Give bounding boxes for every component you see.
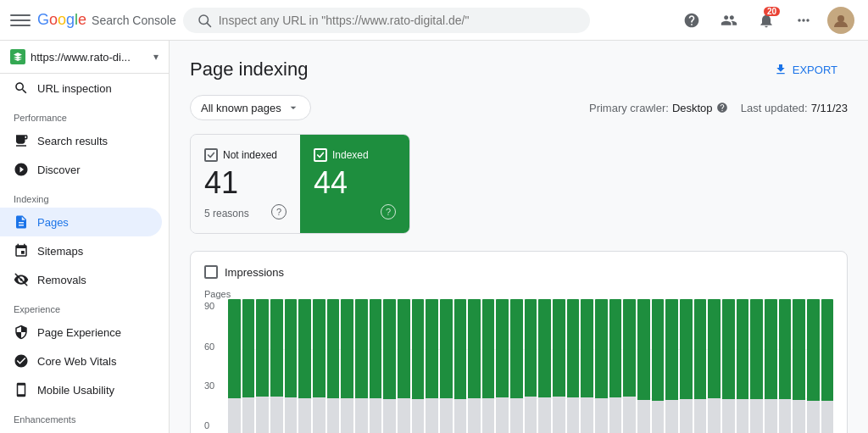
bar-group [821, 299, 834, 433]
primary-crawler-value: Desktop [672, 102, 713, 114]
bar-group [567, 299, 580, 433]
sidebar-item-label: Removals [37, 274, 86, 286]
bar-indexed [454, 299, 467, 399]
bar-not-indexed [538, 397, 551, 433]
bar-not-indexed [482, 398, 495, 433]
bar-indexed [538, 299, 551, 397]
sidebar-item-search-results[interactable]: Search results [0, 126, 162, 155]
sidebar-item-core-web-vitals[interactable]: Core Web Vitals [0, 347, 162, 375]
bar-not-indexed [525, 397, 537, 433]
search-icon [197, 13, 212, 28]
accounts-button[interactable] [712, 3, 746, 37]
bar-not-indexed [765, 399, 777, 433]
bar-group [285, 299, 298, 433]
bar-group [256, 299, 269, 433]
impressions-label: Impressions [225, 266, 284, 279]
sidebar-item-page-experience[interactable]: Page Experience [0, 318, 162, 347]
bar-indexed [623, 299, 636, 397]
bar-not-indexed [637, 400, 650, 433]
sidebar-item-sitemaps[interactable]: Sitemaps [0, 236, 162, 265]
bar-indexed [412, 299, 425, 399]
main-content: Page indexing EXPORT All known pages Pri… [170, 41, 868, 433]
property-selector[interactable]: https://www.rato-di... ▾ [0, 41, 169, 74]
google-logo: Google [37, 11, 86, 29]
bar-indexed [694, 299, 707, 399]
sidebar-item-discover[interactable]: Discover [0, 155, 162, 184]
indexed-card: Indexed 44 ? [300, 135, 409, 233]
help-button[interactable] [675, 3, 709, 37]
bar-group [581, 299, 593, 433]
main-layout: https://www.rato-di... ▾ URL inspection … [0, 41, 868, 433]
bar-indexed [708, 299, 721, 398]
property-favicon [10, 49, 25, 64]
indexed-header: Indexed [314, 148, 396, 162]
bar-group [482, 299, 495, 433]
not-indexed-count: 41 [204, 165, 287, 201]
bar-group [609, 299, 622, 433]
bar-not-indexed [242, 397, 255, 433]
y-label-0: 0 [204, 420, 209, 430]
avatar-button[interactable] [824, 3, 858, 37]
bar-indexed [398, 299, 410, 398]
indexed-help[interactable]: ? [381, 204, 396, 219]
bar-indexed [750, 299, 763, 399]
notifications-button[interactable]: 20 [749, 3, 783, 37]
filter-row: All known pages Primary crawler: Desktop… [190, 95, 848, 120]
search-bar[interactable] [183, 8, 590, 33]
page-title: Page indexing [190, 58, 308, 80]
search-results-icon [14, 133, 29, 148]
bar-not-indexed [355, 398, 368, 433]
bar-not-indexed [496, 397, 509, 433]
not-indexed-sub: 5 reasons [204, 208, 249, 219]
impressions-checkbox[interactable] [204, 265, 218, 279]
bar-not-indexed [510, 398, 523, 433]
bar-group [722, 299, 735, 433]
sidebar-item-pages[interactable]: Pages [0, 208, 162, 236]
bar-group [355, 299, 368, 433]
sidebar-item-breadcrumbs[interactable]: Breadcrumbs [0, 428, 162, 433]
not-indexed-header: Not indexed [204, 148, 287, 162]
performance-section: Performance [0, 103, 169, 126]
bar-not-indexed [370, 398, 382, 433]
bar-indexed [270, 299, 283, 397]
sidebar-item-removals[interactable]: Removals [0, 265, 162, 294]
indexed-footer: ? [314, 204, 396, 219]
bar-indexed [665, 299, 678, 400]
bar-group [412, 299, 425, 433]
bar-indexed [821, 299, 834, 401]
bar-indexed [298, 299, 311, 398]
bar-group [665, 299, 678, 433]
bar-indexed [680, 299, 693, 399]
search-icon [14, 80, 29, 96]
bar-indexed [313, 299, 326, 397]
search-input[interactable] [219, 14, 576, 27]
export-label: EXPORT [793, 64, 837, 76]
bar-indexed [355, 299, 368, 398]
bar-group [680, 299, 693, 433]
crawler-info: Primary crawler: Desktop Last updated: 7… [589, 102, 848, 114]
menu-icon[interactable] [10, 10, 31, 31]
not-indexed-help[interactable]: ? [271, 204, 287, 219]
discover-icon [14, 162, 29, 177]
bar-group [510, 299, 523, 433]
apps-button[interactable] [787, 3, 821, 37]
export-button[interactable]: EXPORT [764, 58, 848, 81]
bar-group [228, 299, 241, 433]
sidebar-item-mobile-usability[interactable]: Mobile Usability [0, 375, 162, 404]
page-experience-icon [14, 325, 29, 340]
bar-not-indexed [737, 399, 749, 433]
bar-group [468, 299, 481, 433]
bar-indexed [468, 299, 481, 398]
y-label-title: Pages [204, 289, 231, 299]
sidebar-item-url-inspection[interactable]: URL inspection [0, 74, 162, 103]
user-avatar [827, 7, 854, 34]
topbar-actions: 20 [675, 3, 858, 37]
experience-section: Experience [0, 294, 169, 318]
bar-indexed [256, 299, 269, 397]
filter-pill[interactable]: All known pages [190, 95, 311, 120]
bar-not-indexed [298, 398, 311, 433]
sidebar-item-label: Sitemaps [37, 245, 83, 258]
impressions-toggle[interactable]: Impressions [204, 265, 833, 279]
core-web-vitals-icon [14, 353, 29, 369]
bar-indexed [525, 299, 537, 397]
